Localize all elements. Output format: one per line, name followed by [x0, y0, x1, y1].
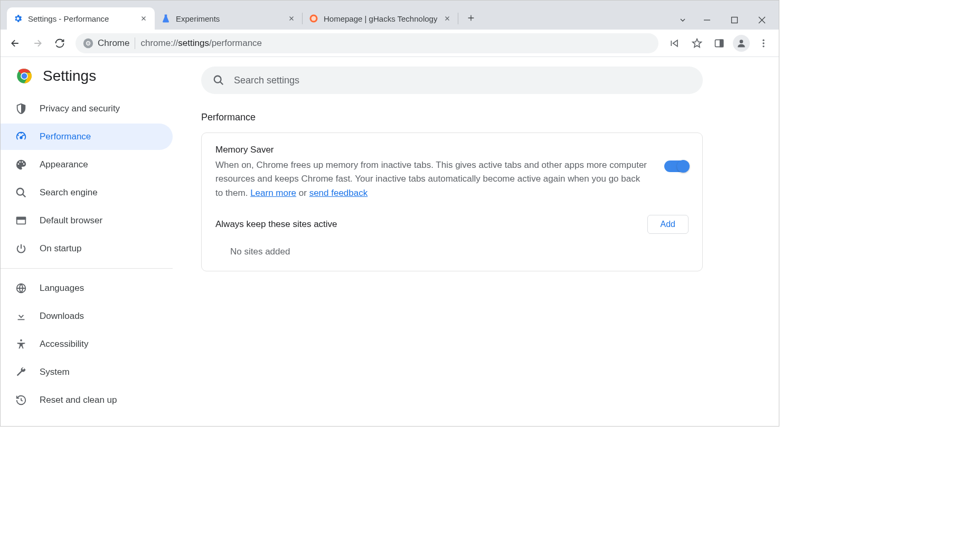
search-icon	[15, 187, 27, 198]
svg-point-5	[87, 42, 90, 45]
close-icon[interactable]	[442, 14, 452, 23]
tab-ghacks[interactable]: Homepage | gHacks Technology	[303, 7, 458, 30]
svg-point-10	[762, 42, 764, 44]
app-title: Settings	[43, 68, 96, 84]
send-feedback-link[interactable]: send feedback	[309, 188, 368, 198]
sidebar-item-search-engine[interactable]: Search engine	[1, 179, 173, 206]
sidebar-item-system[interactable]: System	[1, 359, 173, 385]
chrome-logo-icon	[16, 68, 32, 84]
svg-point-16	[17, 188, 24, 195]
tab-search-button[interactable]	[672, 11, 693, 30]
bookmark-button[interactable]	[687, 33, 707, 53]
sidebar-item-label: Search engine	[40, 187, 98, 198]
tab-title: Settings - Performance	[28, 14, 134, 23]
toolbar-actions	[665, 33, 774, 53]
back-button[interactable]	[6, 34, 25, 53]
side-panel-button[interactable]	[709, 33, 729, 53]
close-icon[interactable]	[287, 14, 296, 23]
add-button[interactable]: Add	[647, 215, 689, 234]
speed-icon	[15, 131, 27, 143]
sidebar-item-on-startup[interactable]: On startup	[1, 235, 173, 262]
forward-button[interactable]	[28, 34, 47, 53]
sidebar-item-downloads[interactable]: Downloads	[1, 303, 173, 329]
download-icon	[15, 310, 27, 322]
svg-rect-18	[17, 218, 26, 220]
tab-title: Experiments	[176, 14, 281, 23]
tab-experiments[interactable]: Experiments	[155, 7, 303, 30]
close-window-button[interactable]	[748, 11, 776, 30]
window-controls	[693, 11, 776, 30]
settings-search-input[interactable]	[234, 75, 691, 86]
address-bar[interactable]: Chrome chrome://settings/performance	[76, 33, 658, 53]
svg-point-20	[20, 339, 22, 342]
gear-icon	[13, 14, 23, 23]
section-title: Performance	[201, 112, 758, 123]
browser-icon	[15, 215, 27, 226]
chrome-icon	[83, 38, 93, 49]
sidebar-item-performance[interactable]: Performance	[1, 124, 173, 150]
search-icon	[213, 74, 224, 86]
svg-point-21	[214, 76, 221, 83]
learn-more-link[interactable]: Learn more	[250, 188, 296, 198]
toolbar: Chrome chrome://settings/performance	[1, 30, 779, 57]
memory-saver-toggle[interactable]	[664, 160, 689, 172]
sidebar-item-reset[interactable]: Reset and clean up	[1, 387, 173, 413]
sidebar-item-privacy[interactable]: Privacy and security	[1, 96, 173, 122]
content-area: Settings Privacy and security Performanc…	[1, 57, 779, 426]
power-icon	[15, 243, 27, 254]
restore-icon	[15, 394, 27, 406]
memory-saver-title: Memory Saver	[215, 145, 648, 155]
sidebar-scroll[interactable]: Privacy and security Performance Appeara…	[1, 94, 180, 426]
memory-saver-text: Memory Saver When on, Chrome frees up me…	[215, 145, 648, 200]
share-button[interactable]	[665, 33, 685, 53]
sidebar-item-label: System	[40, 367, 70, 377]
divider	[1, 268, 173, 269]
sidebar-item-label: Languages	[40, 283, 84, 294]
svg-point-11	[762, 45, 764, 47]
svg-rect-2	[732, 17, 738, 23]
svg-rect-7	[720, 40, 723, 46]
url-text: chrome://settings/performance	[140, 38, 262, 49]
svg-point-15	[20, 137, 22, 139]
tab-settings-performance[interactable]: Settings - Performance	[7, 7, 155, 30]
palette-icon	[15, 159, 27, 171]
sidebar-item-label: On startup	[40, 243, 81, 254]
tabstrip: Settings - Performance Experiments Homep…	[1, 1, 672, 30]
sidebar-item-label: Accessibility	[40, 339, 89, 349]
svg-point-1	[312, 16, 316, 21]
svg-point-9	[762, 39, 764, 41]
accessibility-icon	[15, 338, 27, 350]
memory-saver-description: When on, Chrome frees up memory from ina…	[215, 158, 648, 200]
divider	[135, 37, 135, 49]
reload-button[interactable]	[50, 34, 69, 53]
no-sites-message: No sites added	[215, 247, 689, 257]
close-icon[interactable]	[139, 14, 148, 23]
always-active-title: Always keep these sites active	[215, 219, 337, 230]
chrome-chip-label: Chrome	[98, 38, 129, 49]
chrome-chip: Chrome	[83, 38, 129, 49]
new-tab-button[interactable]	[461, 8, 480, 27]
sidebar-item-accessibility[interactable]: Accessibility	[1, 331, 173, 357]
settings-search[interactable]	[201, 67, 703, 94]
sidebar-item-label: Downloads	[40, 311, 84, 321]
svg-point-8	[740, 40, 743, 43]
globe-icon	[15, 282, 27, 294]
memory-saver-row: Memory Saver When on, Chrome frees up me…	[215, 145, 689, 200]
sidebar: Settings Privacy and security Performanc…	[1, 57, 180, 426]
menu-button[interactable]	[753, 33, 774, 53]
sidebar-item-appearance[interactable]: Appearance	[1, 152, 173, 178]
profile-button[interactable]	[731, 33, 751, 53]
maximize-button[interactable]	[721, 11, 748, 30]
sidebar-item-languages[interactable]: Languages	[1, 275, 173, 301]
minimize-button[interactable]	[693, 11, 721, 30]
sidebar-item-default-browser[interactable]: Default browser	[1, 207, 173, 234]
flask-icon	[161, 14, 171, 23]
titlebar: Settings - Performance Experiments Homep…	[1, 1, 779, 30]
shield-icon	[15, 103, 27, 115]
sidebar-item-label: Reset and clean up	[40, 395, 117, 405]
main-content: Performance Memory Saver When on, Chrome…	[180, 57, 779, 426]
sidebar-item-label: Default browser	[40, 215, 102, 226]
avatar-icon	[733, 35, 750, 52]
performance-card: Memory Saver When on, Chrome frees up me…	[201, 133, 703, 271]
ghacks-icon	[309, 14, 318, 23]
